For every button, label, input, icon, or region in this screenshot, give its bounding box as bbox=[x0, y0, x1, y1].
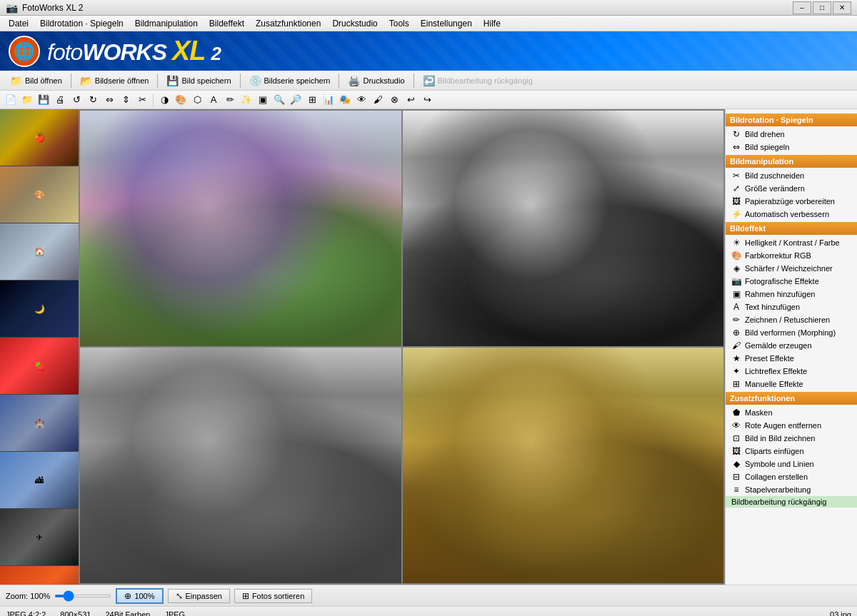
crop-icon[interactable]: ✂ bbox=[134, 92, 150, 108]
panel-zeichnen[interactable]: ✏ Zeichnen / Retuschieren bbox=[726, 313, 857, 326]
thumb-6[interactable]: 🏙 bbox=[0, 452, 79, 509]
save-icon[interactable]: 💾 bbox=[36, 92, 51, 108]
zoom-out-icon[interactable]: 🔎 bbox=[288, 92, 304, 108]
sharpen-icon[interactable]: ⬡ bbox=[189, 92, 205, 108]
panel-foto-effekte[interactable]: 📷 Fotografische Effekte bbox=[726, 275, 857, 288]
menu-druckstudio[interactable]: Druckstudio bbox=[326, 17, 383, 30]
close-button[interactable]: ✕ bbox=[833, 1, 851, 14]
menu-bildeffekt[interactable]: Bildeffekt bbox=[204, 17, 250, 30]
contrast-icon[interactable]: ◑ bbox=[156, 92, 172, 108]
resize-icon: ⤢ bbox=[731, 183, 741, 193]
panel-symbole[interactable]: ◆ Symbole und Linien bbox=[726, 458, 857, 470]
mirror-v-icon[interactable]: ⇕ bbox=[118, 92, 134, 108]
bildserie-oeffnen-button[interactable]: 📂 Bildserie öffnen bbox=[74, 74, 155, 88]
panel-bild-spiegeln[interactable]: ⇔ Bild spiegeln bbox=[726, 141, 857, 153]
colorfix-icon: 🎨 bbox=[731, 251, 741, 261]
panel-cliparts[interactable]: 🖼 Cliparts einfügen bbox=[726, 445, 857, 458]
symbol-icon: ◆ bbox=[731, 459, 741, 469]
zoom-100-button[interactable]: ⊕ 100% bbox=[116, 588, 163, 604]
frame-icon[interactable]: ▣ bbox=[255, 92, 271, 108]
thumb-7[interactable]: ✈ bbox=[0, 509, 79, 566]
panel-bild-in-bild[interactable]: ⊡ Bild in Bild zeichnen bbox=[726, 432, 857, 445]
menu-bildmanipulation[interactable]: Bildmanipulation bbox=[129, 17, 204, 30]
panel-stapelverarbeitung[interactable]: ≡ Stapelverarbeitung bbox=[726, 483, 857, 496]
effect-icon[interactable]: ✨ bbox=[239, 92, 254, 108]
palette-icon[interactable]: 🎭 bbox=[337, 92, 353, 108]
auto-icon: ⚡ bbox=[731, 209, 741, 219]
panel-papierabzuege[interactable]: 🖼 Papierabzüge vorbereiten bbox=[726, 195, 857, 208]
open-icon[interactable]: 📁 bbox=[19, 92, 35, 108]
panel-automatisch-verbessern[interactable]: ⚡ Automatisch verbessern bbox=[726, 208, 857, 221]
menu-datei[interactable]: Datei bbox=[3, 17, 34, 30]
thumb-5[interactable]: 🏰 bbox=[0, 395, 79, 452]
panel-bild-drehen[interactable]: ↻ Bild drehen bbox=[726, 128, 857, 141]
panel-rahmen[interactable]: ▣ Rahmen hinzufügen bbox=[726, 288, 857, 301]
bild-oeffnen-button[interactable]: 📁 Bild öffnen bbox=[4, 74, 68, 88]
bild-speichern-button[interactable]: 💾 Bild speichern bbox=[161, 74, 236, 88]
section-header-effekt: Bildeffekt bbox=[726, 222, 857, 235]
thumb-2[interactable]: 🏠 bbox=[0, 223, 79, 281]
panel-preset[interactable]: ★ Preset Effekte bbox=[726, 352, 857, 365]
menu-einstellungen[interactable]: Einstellungen bbox=[415, 17, 478, 30]
panel-masken[interactable]: ⬟ Masken bbox=[726, 406, 857, 419]
zoom-slider[interactable] bbox=[54, 595, 111, 597]
redeye-icon[interactable]: 👁 bbox=[354, 92, 369, 108]
panel-lichtreflex[interactable]: ✦ Lichtreflex Effekte bbox=[726, 365, 857, 378]
text-icon[interactable]: A bbox=[206, 92, 221, 108]
print-icon[interactable]: 🖨 bbox=[52, 92, 68, 108]
rotate-left-icon[interactable]: ↺ bbox=[69, 92, 84, 108]
panel-collagen[interactable]: ⊟ Collagen erstellen bbox=[726, 470, 857, 483]
color-icon[interactable]: 🎨 bbox=[173, 92, 189, 108]
menu-bildrotation[interactable]: Bildrotation · Spiegeln bbox=[34, 17, 129, 30]
rotate-right-icon[interactable]: ↻ bbox=[85, 92, 101, 108]
redo-icon[interactable]: ↪ bbox=[419, 92, 435, 108]
thumb-8[interactable]: 🚗 bbox=[0, 566, 79, 585]
thumb-0[interactable]: 🍎 bbox=[0, 109, 79, 166]
menubar: Datei Bildrotation · Spiegeln Bildmanipu… bbox=[0, 16, 857, 31]
menu-hilfe[interactable]: Hilfe bbox=[478, 17, 506, 30]
maximize-button[interactable]: □ bbox=[813, 1, 831, 14]
brush-icon[interactable]: 🖌 bbox=[370, 92, 386, 108]
grid-icon[interactable]: ⊞ bbox=[304, 92, 320, 108]
panel-gemaelde[interactable]: 🖌 Gemälde erzeugen bbox=[726, 339, 857, 352]
einpassen-button[interactable]: ⤡ Einpassen bbox=[168, 589, 230, 603]
menu-tools[interactable]: Tools bbox=[384, 17, 415, 30]
panel-helligkeit[interactable]: ☀ Helligkeit / Kontrast / Farbe bbox=[726, 236, 857, 249]
thumb-3[interactable]: 🌙 bbox=[0, 281, 79, 338]
text-panel-icon: A bbox=[731, 302, 741, 312]
panel-bild-zuschneiden[interactable]: ✂ Bild zuschneiden bbox=[726, 169, 857, 182]
thumbnail-sidebar[interactable]: 🍎 🎨 🏠 🌙 🍓 🏰 🏙 ✈ 🚗 bbox=[0, 109, 79, 585]
druckstudio-button[interactable]: 🖨️ Druckstudio bbox=[342, 74, 410, 88]
panel-farbkorrektur[interactable]: 🎨 Farbkorrektur RGB bbox=[726, 249, 857, 262]
fotos-sortieren-button[interactable]: ⊞ Fotos sortieren bbox=[234, 589, 312, 603]
toolbar-sep-2 bbox=[157, 74, 158, 88]
zoom-in-icon[interactable]: 🔍 bbox=[271, 92, 287, 108]
draw-icon[interactable]: ✏ bbox=[222, 92, 238, 108]
menu-zusatz[interactable]: Zusatzfunktionen bbox=[250, 17, 326, 30]
icon-sep-1 bbox=[153, 94, 154, 106]
panel-verformen[interactable]: ⊕ Bild verformen (Morphing) bbox=[726, 326, 857, 339]
panel-rote-augen[interactable]: 👁 Rote Augen entfernen bbox=[726, 419, 857, 432]
thumb-1[interactable]: 🎨 bbox=[0, 166, 79, 223]
panel-rueckgaengig[interactable]: Bildbearbeitung rückgängig bbox=[726, 496, 857, 508]
mirror-h-icon[interactable]: ⇔ bbox=[101, 92, 117, 108]
manual-effect-icon: ⊞ bbox=[731, 379, 741, 389]
histogram-icon[interactable]: 📊 bbox=[321, 92, 336, 108]
panel-schaerfer[interactable]: ◈ Schärfer / Weichzeichner bbox=[726, 262, 857, 275]
filter-icon[interactable]: ⊗ bbox=[386, 92, 402, 108]
undo-icon[interactable]: ↩ bbox=[403, 92, 419, 108]
image-quadrant-sepia bbox=[403, 348, 724, 583]
panel-text[interactable]: A Text hinzufügen bbox=[726, 301, 857, 313]
new-icon[interactable]: 📄 bbox=[3, 92, 19, 108]
status-dimensions: 800×531 bbox=[60, 610, 91, 617]
status-bar: JPEG 4:2:2 800×531 24Bit Farben JPEG 03.… bbox=[0, 606, 857, 616]
bildserie-speichern-button[interactable]: 💿 Bildserie speichern bbox=[244, 74, 336, 88]
minimize-button[interactable]: – bbox=[793, 1, 811, 14]
window-controls[interactable]: – □ ✕ bbox=[793, 1, 851, 14]
panel-groesse-veraendern[interactable]: ⤢ Größe verändern bbox=[726, 182, 857, 195]
logo-num: 2 bbox=[211, 43, 220, 64]
thumb-4[interactable]: 🍓 bbox=[0, 338, 79, 395]
rueckgaengig-button[interactable]: ↩️ Bildbearbeitung rückgängig bbox=[417, 74, 538, 88]
panel-manuelle-effekte[interactable]: ⊞ Manuelle Effekte bbox=[726, 378, 857, 390]
image-canvas bbox=[79, 109, 725, 585]
